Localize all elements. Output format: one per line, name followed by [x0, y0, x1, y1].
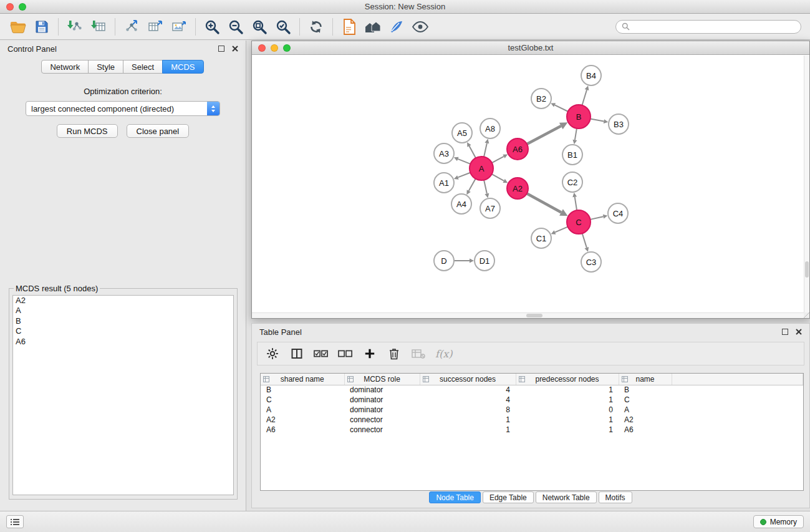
- table-cell[interactable]: 1: [516, 385, 619, 395]
- table-mode-button[interactable]: [265, 346, 280, 362]
- graph-edge-B-B1[interactable]: [575, 128, 577, 140]
- graph-node-C3[interactable]: C3: [581, 252, 601, 272]
- graph-edge-B-B3[interactable]: [591, 119, 604, 122]
- search-input[interactable]: [633, 22, 795, 31]
- close-panel-button[interactable]: Close panel: [127, 124, 190, 138]
- network-canvas[interactable]: B4B2B3B1A5A8A3A1A4A7C2C4C1C3DD1A6A2BAC: [253, 56, 804, 312]
- graph-node-C4[interactable]: C4: [608, 203, 628, 223]
- graph-edge-A2-C[interactable]: [527, 193, 561, 212]
- tab-style[interactable]: Style: [88, 60, 123, 74]
- column-header-mcds-role[interactable]: MCDS role: [344, 374, 420, 385]
- delete-column-button[interactable]: [387, 346, 402, 362]
- table-cell[interactable]: 1: [516, 395, 619, 405]
- network-horizontal-scrollbar[interactable]: [252, 312, 804, 318]
- tab-mcds[interactable]: MCDS: [162, 60, 203, 74]
- panel-menu-button[interactable]: [6, 515, 24, 528]
- network-graph[interactable]: B4B2B3B1A5A8A3A1A4A7C2C4C1C3DD1A6A2BAC: [253, 56, 804, 312]
- close-table-panel-icon[interactable]: [796, 329, 802, 335]
- graph-node-A1[interactable]: A1: [434, 173, 454, 193]
- graph-node-A[interactable]: A: [470, 157, 493, 180]
- table-row[interactable]: A2connector11A2: [261, 415, 803, 425]
- graph-edge-A-A5[interactable]: [469, 146, 475, 158]
- graph-edge-A-A1[interactable]: [458, 173, 470, 178]
- table-cell[interactable]: C: [619, 395, 672, 405]
- graphics-details-button[interactable]: [385, 16, 408, 38]
- graph-node-A4[interactable]: A4: [451, 194, 471, 214]
- refresh-view-button[interactable]: [304, 16, 328, 38]
- table-cell[interactable]: dominator: [344, 385, 420, 395]
- table-cell[interactable]: 4: [420, 395, 516, 405]
- table-cell[interactable]: 4: [420, 385, 516, 395]
- tab-edge-table[interactable]: Edge Table: [483, 491, 534, 503]
- float-table-panel-icon[interactable]: [782, 329, 788, 335]
- graph-node-A6[interactable]: A6: [507, 138, 528, 160]
- table-cell[interactable]: 1: [420, 415, 516, 425]
- table-row[interactable]: Cdominator41C: [261, 395, 803, 405]
- search-field[interactable]: [615, 20, 801, 34]
- show-columns-button[interactable]: [289, 346, 304, 362]
- memory-button[interactable]: Memory: [753, 515, 804, 528]
- graph-node-A8[interactable]: A8: [480, 118, 500, 138]
- graph-edge-A-A4[interactable]: [469, 179, 476, 191]
- graph-node-C1[interactable]: C1: [531, 228, 551, 248]
- mcds-result-item[interactable]: A: [13, 306, 233, 316]
- tab-network[interactable]: Network: [41, 60, 89, 74]
- graph-node-A3[interactable]: A3: [434, 143, 454, 163]
- table-cell[interactable]: A: [619, 405, 672, 415]
- table-cell[interactable]: 1: [420, 425, 516, 435]
- graph-edge-B-B2[interactable]: [555, 105, 568, 111]
- graph-edge-A-A6[interactable]: [492, 157, 504, 163]
- graph-node-B4[interactable]: B4: [581, 65, 601, 85]
- open-session-file-button[interactable]: [337, 16, 361, 38]
- mcds-result-item[interactable]: A6: [13, 337, 233, 347]
- table-row[interactable]: Adominator80A: [261, 405, 803, 415]
- network-vertical-scrollbar[interactable]: [804, 56, 809, 312]
- zoom-in-button[interactable]: [200, 16, 224, 38]
- show-hide-button[interactable]: [408, 16, 432, 38]
- graph-node-C[interactable]: C: [567, 210, 591, 234]
- zoom-selected-button[interactable]: [271, 16, 295, 38]
- graph-node-A2[interactable]: A2: [507, 178, 528, 199]
- select-all-button[interactable]: [314, 346, 329, 362]
- mcds-result-item[interactable]: C: [13, 326, 233, 336]
- graph-node-A7[interactable]: A7: [480, 198, 500, 218]
- export-image-button[interactable]: [167, 16, 191, 38]
- graph-node-D[interactable]: D: [434, 251, 454, 271]
- table-cell[interactable]: C: [261, 395, 344, 405]
- graph-node-D1[interactable]: D1: [475, 251, 494, 271]
- import-table-button[interactable]: [87, 16, 110, 38]
- table-cell[interactable]: A: [261, 405, 344, 415]
- run-mcds-button[interactable]: Run MCDS: [57, 124, 118, 138]
- zoom-out-button[interactable]: [224, 16, 248, 38]
- table-cell[interactable]: A2: [619, 415, 672, 425]
- table-cell[interactable]: A6: [619, 425, 672, 435]
- graph-edge-A-A8[interactable]: [484, 143, 487, 157]
- graph-edge-C-C2[interactable]: [575, 197, 577, 211]
- mcds-result-item[interactable]: B: [13, 316, 233, 326]
- graph-edge-B-B4[interactable]: [582, 90, 587, 105]
- close-window-button[interactable]: [6, 3, 14, 11]
- table-cell[interactable]: A6: [261, 425, 344, 435]
- graph-edge-A6-B[interactable]: [527, 126, 561, 144]
- table-cell[interactable]: dominator: [344, 395, 420, 405]
- mcds-result-item[interactable]: A2: [13, 296, 233, 306]
- column-header-shared-name[interactable]: shared name: [261, 374, 344, 385]
- deselect-all-button[interactable]: [338, 346, 353, 362]
- import-network-button[interactable]: [63, 16, 87, 38]
- tab-network-table[interactable]: Network Table: [536, 491, 597, 503]
- table-cell[interactable]: B: [619, 385, 672, 395]
- zoom-fit-button[interactable]: [248, 16, 271, 38]
- zoom-window-button[interactable]: [19, 3, 26, 11]
- graph-edge-C-C4[interactable]: [591, 216, 604, 220]
- table-row[interactable]: A6connector11A6: [261, 425, 803, 435]
- close-panel-icon[interactable]: [232, 46, 238, 52]
- mcds-result-list[interactable]: A2ABCA6: [12, 295, 234, 495]
- graph-node-B2[interactable]: B2: [531, 89, 551, 109]
- table-cell[interactable]: 0: [516, 405, 619, 415]
- vertical-scroll-thumb[interactable]: [805, 261, 809, 278]
- graph-edge-A-A2[interactable]: [492, 174, 504, 181]
- tab-motifs[interactable]: Motifs: [599, 491, 632, 503]
- graph-edge-A-A7[interactable]: [484, 180, 487, 194]
- graph-edge-A-A3[interactable]: [458, 159, 470, 164]
- graph-node-C2[interactable]: C2: [562, 172, 582, 192]
